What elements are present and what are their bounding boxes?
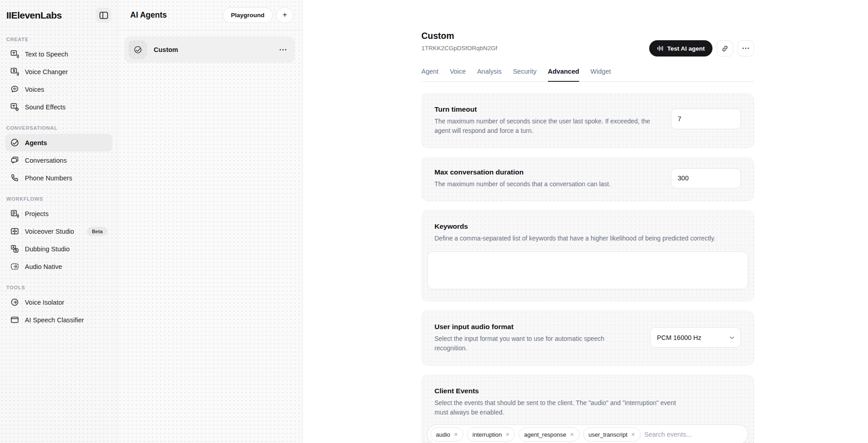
remove-tag-icon[interactable]: ✕ xyxy=(570,432,574,438)
dots-horizontal-icon xyxy=(279,49,287,51)
client-events-card: Client Events Select the events that sho… xyxy=(421,375,754,443)
sidebar-item-projects[interactable]: Projects xyxy=(5,205,113,222)
sidebar-item-label: Voice Isolator xyxy=(25,299,64,306)
agents-icon xyxy=(10,138,19,147)
section-label-workflows: WORKFLOWS xyxy=(6,196,111,202)
sidebar-item-label: Conversations xyxy=(25,157,67,164)
text-to-speech-icon xyxy=(10,50,19,59)
sidebar-item-agents[interactable]: Agents xyxy=(5,134,113,151)
projects-icon xyxy=(10,209,19,218)
section-label-create: CREATE xyxy=(6,37,111,42)
sidebar-item-label: Voices xyxy=(25,86,44,93)
tab-analysis[interactable]: Analysis xyxy=(477,68,501,82)
sidebar-item-phone-numbers[interactable]: Phone Numbers xyxy=(5,169,113,187)
sidebar-item-label: Dubbing Studio xyxy=(25,245,70,253)
page-title: Custom xyxy=(421,31,497,41)
playground-button[interactable]: Playground xyxy=(223,7,273,23)
elevenlabs-logo: IIElevenLabs xyxy=(6,10,61,21)
tag-interruption: interruption ✕ xyxy=(467,427,515,442)
agent-row-more-button[interactable] xyxy=(278,47,288,52)
turn-timeout-input[interactable] xyxy=(671,108,741,129)
sidebar-item-voiceover-studio[interactable]: Voiceover Studio Beta xyxy=(5,222,113,240)
sidebar-item-audio-native[interactable]: Audio Native xyxy=(5,258,113,275)
sidebar-item-label: Phone Numbers xyxy=(25,174,72,182)
tag-label: agent_response xyxy=(524,431,566,438)
link-icon xyxy=(721,45,729,52)
section-label-conversational: CONVERSATIONAL xyxy=(6,125,111,131)
agent-name: Custom xyxy=(154,46,278,53)
agent-list-item-custom[interactable]: Custom xyxy=(124,36,295,63)
keywords-card: Keywords Define a comma-separated list o… xyxy=(421,210,754,302)
section-label-tools: TOOLS xyxy=(6,285,111,290)
voice-isolator-icon xyxy=(10,298,19,307)
sidebar-item-dubbing-studio[interactable]: Dubbing Studio xyxy=(5,240,113,258)
waveform-icon xyxy=(657,45,664,52)
agents-list-panel: AI Agents Playground + Custom xyxy=(118,0,303,443)
sidebar-item-voices[interactable]: Voices xyxy=(5,80,113,98)
sidebar-item-conversations[interactable]: Conversations xyxy=(5,151,113,169)
agent-id: 1TRKK2CGpDSfORqbN2Gf xyxy=(421,45,497,52)
card-description: Define a comma-separated list of keyword… xyxy=(434,234,719,243)
sidebar-item-label: Voice Changer xyxy=(25,68,68,75)
sidebar-item-label: Projects xyxy=(25,210,48,217)
test-button-label: Test AI agent xyxy=(667,45,705,52)
plus-icon: + xyxy=(283,10,287,19)
tag-agent-response: agent_response ✕ xyxy=(519,427,579,442)
sidebar-item-voice-changer[interactable]: Voice Changer xyxy=(5,63,113,80)
card-description: Select the events that should be sent to… xyxy=(434,398,688,418)
sidebar-item-label: Sound Effects xyxy=(25,104,66,111)
test-ai-agent-button[interactable]: Test AI agent xyxy=(649,40,712,57)
tab-advanced[interactable]: Advanced xyxy=(548,68,579,82)
sidebar-item-voice-isolator[interactable]: Voice Isolator xyxy=(5,293,113,311)
voiceover-studio-icon xyxy=(10,227,19,236)
client-events-tag-input[interactable]: audio ✕ interruption ✕ agent_response ✕ … xyxy=(427,424,748,443)
chevron-down-icon xyxy=(729,336,735,339)
tag-label: audio xyxy=(436,431,450,438)
sidebar-item-ai-speech-classifier[interactable]: AI Speech Classifier xyxy=(5,311,113,329)
audio-format-card: User input audio format Select the input… xyxy=(421,311,754,366)
dubbing-studio-icon xyxy=(10,245,19,254)
sidebar-item-sound-effects[interactable]: Sound Effects xyxy=(5,98,113,116)
max-duration-card: Max conversation duration The maximum nu… xyxy=(421,157,754,201)
tag-label: user_transcript xyxy=(589,431,627,438)
phone-icon xyxy=(10,174,19,183)
keywords-textarea[interactable] xyxy=(427,251,748,289)
card-description: The maximum number of seconds since the … xyxy=(434,117,663,136)
remove-tag-icon[interactable]: ✕ xyxy=(454,432,458,438)
tab-bar: Agent Voice Analysis Security Advanced W… xyxy=(421,68,754,82)
agent-detail-panel: Custom 1TRKK2CGpDSfORqbN2Gf Test AI agen… xyxy=(303,0,868,443)
tab-voice[interactable]: Voice xyxy=(450,68,466,82)
sidebar-item-label: AI Speech Classifier xyxy=(25,316,84,324)
selected-option: PCM 16000 Hz xyxy=(657,334,729,341)
turn-timeout-card: Turn timeout The maximum number of secon… xyxy=(421,93,754,148)
collapse-sidebar-button[interactable] xyxy=(96,8,111,23)
tab-widget[interactable]: Widget xyxy=(590,68,611,82)
voices-icon xyxy=(10,85,19,94)
audio-format-select[interactable]: PCM 16000 Hz xyxy=(650,327,741,348)
search-events-input[interactable] xyxy=(644,431,745,438)
tag-user-transcript: user_transcript ✕ xyxy=(583,427,641,442)
sidebar-item-label: Voiceover Studio xyxy=(25,228,74,235)
more-options-button[interactable] xyxy=(737,40,754,57)
sidebar-item-text-to-speech[interactable]: Text to Speech xyxy=(5,45,113,63)
sidebar-item-label: Text to Speech xyxy=(25,51,68,58)
agent-check-icon xyxy=(134,46,142,54)
max-duration-input[interactable] xyxy=(671,168,741,189)
beta-badge: Beta xyxy=(87,227,108,236)
remove-tag-icon[interactable]: ✕ xyxy=(631,432,635,438)
panel-toggle-icon xyxy=(99,12,108,19)
sound-effects-icon xyxy=(10,103,19,112)
card-title: Keywords xyxy=(434,222,741,231)
speech-classifier-icon xyxy=(10,316,19,325)
tag-audio: audio ✕ xyxy=(430,427,463,442)
copy-link-button[interactable] xyxy=(717,40,733,57)
conversations-icon xyxy=(10,156,19,165)
tab-security[interactable]: Security xyxy=(513,68,536,82)
add-agent-button[interactable]: + xyxy=(276,7,293,23)
voice-changer-icon xyxy=(10,67,19,76)
panel-title: AI Agents xyxy=(130,10,223,20)
agent-avatar xyxy=(128,40,147,59)
card-title: Client Events xyxy=(434,387,741,395)
tab-agent[interactable]: Agent xyxy=(421,68,439,82)
remove-tag-icon[interactable]: ✕ xyxy=(505,432,509,438)
